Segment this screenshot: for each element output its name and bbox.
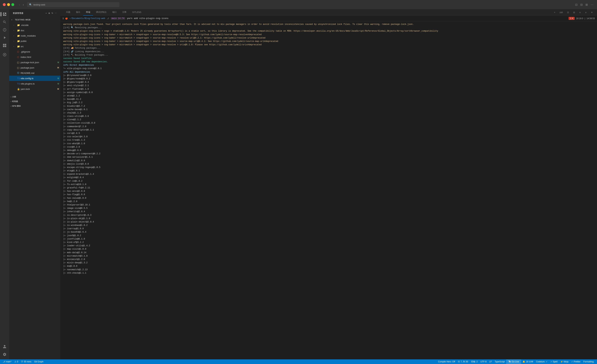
- ts-icon: TS: [17, 82, 20, 85]
- status-time[interactable]: ⏱ 55 mins: [20, 359, 33, 364]
- status-prettier[interactable]: ✓ Prettier: [570, 359, 582, 364]
- npm-label: NPM 脚本: [12, 105, 21, 108]
- compile-hero-label: Compile Hero: Off: [438, 360, 455, 363]
- tree-item-public[interactable]: › 📁 public: [9, 38, 60, 44]
- terminal-line: ├─ csso@4.2.0: [63, 145, 594, 149]
- terminal-output[interactable]: warning package-lock.json found. Your pr…: [60, 21, 597, 359]
- tree-item-package-json[interactable]: { } package.json M: [9, 65, 60, 70]
- more-icon[interactable]: ⋯: [590, 2, 594, 7]
- tab-debug-console[interactable]: 调试控制台: [93, 9, 110, 16]
- tree-item-gitignore[interactable]: ⬡ .gitignore: [9, 49, 60, 54]
- prettier-label: ✓ Prettier: [571, 360, 581, 363]
- svg-point-4: [4, 54, 5, 55]
- collapse-icon[interactable]: ⋯: [55, 12, 57, 14]
- status-notifications[interactable]: 🔔 18 分钟: [521, 359, 535, 364]
- status-line-col[interactable]: 行 7, 列 30: [456, 359, 469, 364]
- outline-label: 大纲: [12, 95, 16, 98]
- tree-item-vite-config[interactable]: TS vite.config.ts U: [9, 76, 60, 81]
- status-branch[interactable]: ⎇ main*: [1, 359, 13, 364]
- terminal-area: warning package-lock.json found. Your pr…: [60, 21, 597, 359]
- tab-ports[interactable]: 端口: [110, 9, 119, 16]
- split-icon[interactable]: ⊟: [580, 2, 583, 7]
- status-git-graph[interactable]: Git Graph: [33, 359, 45, 364]
- tab-gitlens[interactable]: GITLENS: [129, 9, 144, 16]
- activity-source-control[interactable]: [1, 26, 8, 33]
- maximize-panel-icon[interactable]: ∧: [578, 11, 582, 14]
- activity-remote[interactable]: [1, 51, 8, 58]
- npm-section[interactable]: › NPM 脚本: [9, 104, 60, 108]
- tree-item-vscode[interactable]: › 📁 .vscode: [9, 22, 60, 28]
- spell-label: ✓ Spell: [550, 360, 558, 363]
- outline-section[interactable]: › 大纲: [9, 94, 60, 99]
- status-formatting[interactable]: Formatting:: [582, 359, 596, 364]
- status-errors[interactable]: ⚠ 0: [13, 359, 20, 364]
- refresh-icon[interactable]: ↻: [52, 12, 53, 14]
- status-encoding[interactable]: UTF-8: [479, 359, 488, 364]
- viteconfig-badge: U: [58, 77, 59, 79]
- terminal-line: [2/4] 🚚 Fetching packages...: [63, 46, 594, 50]
- notification-label: 18 分钟: [526, 360, 533, 363]
- terminal-line: [1/4] 🔍 Resolving packages...: [63, 26, 594, 30]
- terminal-line: ├─ he@1.2.0: [63, 200, 594, 203]
- terminal-line: ├─ dom-serializer@1.4.1: [63, 155, 594, 159]
- activity-accounts[interactable]: [1, 343, 8, 350]
- kill-terminal-icon[interactable]: ⊟: [572, 11, 576, 14]
- tree-item-package-lock[interactable]: { } package-lock.json U: [9, 60, 60, 65]
- lock-icon: 🔒: [17, 88, 20, 90]
- close-panel-icon[interactable]: ✕: [589, 11, 594, 14]
- activity-explorer[interactable]: [1, 11, 8, 18]
- status-compile-hero[interactable]: Compile Hero: Off: [437, 359, 457, 364]
- activity-bar: [0, 9, 9, 359]
- tree-item-readme[interactable]: Ⓜ README.md: [9, 70, 60, 76]
- activity-run-debug[interactable]: [1, 34, 8, 41]
- terminal-line: └─ vite-plugin-svg-icons@2.0.1: [63, 67, 594, 70]
- terminal-line: ├─ @types/node@20.9.2: [63, 77, 594, 81]
- terminal-line: ├─ base@0.11.2: [63, 98, 594, 101]
- shell-icon: $: [63, 17, 64, 20]
- terminal-line: ├─ nth-check@2.1.1: [63, 271, 594, 275]
- terminal-zsh-label[interactable]: zsh: [558, 11, 564, 14]
- status-ninja[interactable]: ⚡ Ninja: [559, 359, 570, 364]
- split-terminal-icon[interactable]: ⊡: [566, 11, 570, 14]
- forward-arrow[interactable]: ›: [22, 2, 25, 7]
- tab-terminal[interactable]: 终端: [83, 9, 93, 16]
- terminal-line: ├─ js-base64@2.6.4: [63, 231, 594, 234]
- status-spell[interactable]: ✓ Spell: [549, 359, 559, 364]
- layout-icon[interactable]: ⊡: [574, 2, 578, 7]
- status-eol[interactable]: LF: [488, 359, 493, 364]
- tree-item-node-modules[interactable]: › 📁 node_modules: [9, 33, 60, 38]
- maximize-button[interactable]: [11, 3, 14, 6]
- activity-extensions[interactable]: [1, 42, 8, 49]
- tab-comments[interactable]: 注释: [119, 9, 129, 16]
- status-codeium[interactable]: Codeium: ✓: [535, 359, 549, 364]
- collapse-panel-icon[interactable]: ∨: [584, 11, 588, 14]
- terminal-line: ├─ is-descriptor@1.0.3: [63, 214, 594, 217]
- close-button[interactable]: [3, 3, 6, 6]
- new-folder-icon[interactable]: ⊕: [48, 12, 50, 14]
- status-go-live[interactable]: 📡 Go Live: [506, 359, 521, 364]
- activity-settings[interactable]: [1, 351, 8, 358]
- status-spaces[interactable]: 空格: 2: [470, 359, 479, 364]
- search-bar[interactable]: 🔍 testing-web: [27, 2, 119, 7]
- error-icon: ⚠: [14, 360, 16, 363]
- minimize-button[interactable]: [7, 3, 10, 6]
- tab-output[interactable]: 输出: [73, 9, 83, 16]
- tab-problems[interactable]: 问题: [63, 9, 73, 16]
- tree-item-vite-plugins[interactable]: TS vite.plugins.ts U: [9, 81, 60, 86]
- terminal-line: ├─ image-size@0.5.5: [63, 207, 594, 210]
- timeline-section[interactable]: › 时间线: [9, 99, 60, 104]
- tree-item-src[interactable]: › 📁 src: [9, 44, 60, 49]
- tree-item-yarn-lock[interactable]: 🔒 yarn.lock M: [9, 86, 60, 92]
- terminal-line: ├─ inherits@2.0.4: [63, 210, 594, 213]
- new-file-icon[interactable]: +: [46, 12, 47, 14]
- activity-search[interactable]: [1, 18, 8, 26]
- tree-item-index-html[interactable]: ⬡ index.html: [9, 54, 60, 60]
- tree-item-doc[interactable]: › 📁 doc: [9, 28, 60, 33]
- terminal-line: ├─ ms@2.0.0: [63, 264, 594, 268]
- back-arrow[interactable]: ‹: [18, 2, 21, 7]
- grid-icon[interactable]: ⊞: [585, 2, 589, 7]
- codeium-label: Codeium: ✓: [536, 360, 548, 363]
- new-terminal-icon[interactable]: +: [553, 11, 557, 14]
- tree-root-testing-web[interactable]: ▾ TESTING-WEB: [9, 17, 60, 22]
- status-language[interactable]: TypeScript: [493, 359, 506, 364]
